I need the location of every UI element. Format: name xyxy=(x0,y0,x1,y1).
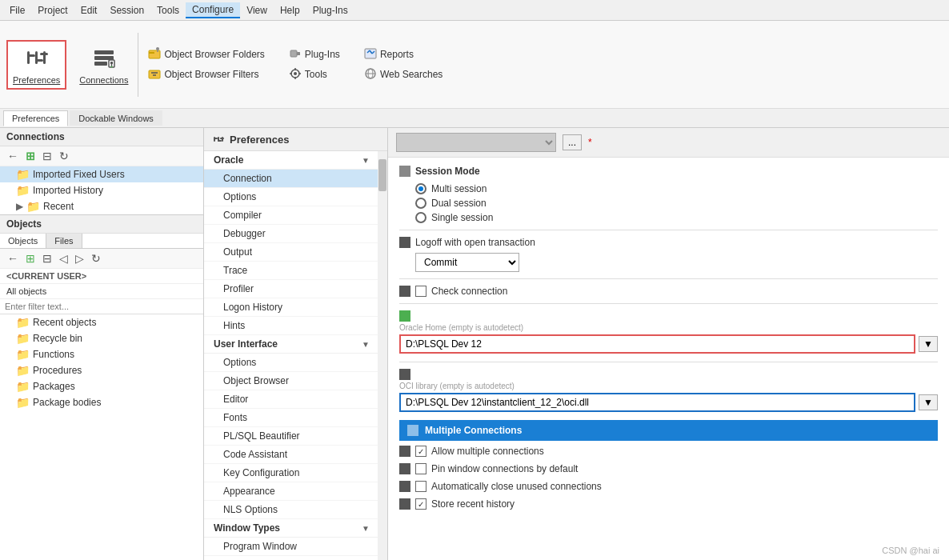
pref-item-trace[interactable]: Trace xyxy=(204,262,378,280)
pref-scrollbar[interactable] xyxy=(378,151,387,560)
pref-item-hints[interactable]: Hints xyxy=(204,317,378,335)
menu-plugins[interactable]: Plug-Ins xyxy=(306,3,354,18)
objects-section: Objects Objects Files ← ⊞ ⊟ ◁ ▷ ↻ <CURRE… xyxy=(0,214,203,560)
scroll-thumb xyxy=(378,159,386,191)
obj-tab-files[interactable]: Files xyxy=(46,234,82,248)
svg-rect-6 xyxy=(94,50,114,54)
allow-multiple-item[interactable]: Allow multiple connections xyxy=(399,446,938,457)
store-history-checkbox[interactable] xyxy=(415,498,426,510)
pref-item-key-config[interactable]: Key Configuration xyxy=(204,464,378,482)
menu-session[interactable]: Session xyxy=(103,3,150,18)
pin-window-item[interactable]: Pin window connections by default xyxy=(399,463,938,474)
pref-item-program-window[interactable]: Program Window xyxy=(204,538,378,556)
tree-label-recent: Recent objects xyxy=(33,317,96,328)
preferences-button[interactable]: Preferences xyxy=(6,40,66,90)
pref-item-obj-browser[interactable]: Object Browser xyxy=(204,372,378,390)
menu-file[interactable]: File xyxy=(3,3,31,18)
oci-input[interactable] xyxy=(399,393,915,412)
svg-rect-27 xyxy=(365,49,376,58)
pref-item-appearance[interactable]: Appearance xyxy=(204,482,378,501)
pref-item-fonts[interactable]: Fonts xyxy=(204,409,378,427)
store-history-item[interactable]: Store recent history xyxy=(399,498,938,510)
auto-close-item[interactable]: Automatically close unused connections xyxy=(399,481,938,492)
obj-functions[interactable]: 📁 Functions xyxy=(0,346,203,362)
radio-multi-session[interactable]: Multi session xyxy=(415,183,938,194)
refresh-conn-btn[interactable]: ↻ xyxy=(57,149,71,163)
auto-close-checkbox[interactable] xyxy=(415,481,426,492)
radio-single-session[interactable]: Single session xyxy=(415,212,938,223)
menu-help[interactable]: Help xyxy=(274,3,306,18)
obj-nav1-btn[interactable]: ◁ xyxy=(57,251,70,266)
pref-category-ui[interactable]: User Interface ▼ xyxy=(204,335,378,354)
tree-item-recent[interactable]: ▶ 📁 Recent xyxy=(0,198,203,214)
menu-edit[interactable]: Edit xyxy=(74,3,104,18)
obj-nav2-btn[interactable]: ▷ xyxy=(73,251,86,266)
obj-refresh-btn[interactable]: ↻ xyxy=(89,251,103,266)
more-btn[interactable]: ... xyxy=(563,134,582,150)
menu-project[interactable]: Project xyxy=(31,3,74,18)
pin-window-checkbox[interactable] xyxy=(415,463,426,474)
obj-procedures[interactable]: 📁 Procedures xyxy=(0,362,203,378)
tree-label-recycle: Recycle bin xyxy=(33,333,82,344)
allow-multiple-checkbox[interactable] xyxy=(415,446,426,457)
obj-recent-objects[interactable]: 📁 Recent objects xyxy=(0,314,203,330)
connections-button[interactable]: Connections xyxy=(73,40,134,90)
obj-recycle-bin[interactable]: 📁 Recycle bin xyxy=(0,330,203,346)
pref-item-connection[interactable]: Connection xyxy=(204,170,378,188)
check-connection-checkbox[interactable] xyxy=(415,286,426,297)
filter-input[interactable] xyxy=(0,299,203,314)
pref-item-ui-options[interactable]: Options xyxy=(204,354,378,372)
folder-icon-recent: 📁 xyxy=(16,316,30,329)
obj-package-bodies[interactable]: 📁 Package bodies xyxy=(0,394,203,410)
menu-tools[interactable]: Tools xyxy=(150,3,186,18)
svg-rect-35 xyxy=(214,138,218,139)
obj-add-btn[interactable]: ⊞ xyxy=(23,251,38,266)
object-browser-folders-label[interactable]: Object Browser Folders xyxy=(164,49,264,60)
radio-dual-circle xyxy=(415,198,426,209)
obj-tab-objects[interactable]: Objects xyxy=(0,234,46,248)
radio-multi-label: Multi session xyxy=(431,183,487,194)
tree-label-package-bodies: Package bodies xyxy=(33,397,101,408)
object-browser-filters-label[interactable]: Object Browser Filters xyxy=(164,69,258,80)
pref-item-editor[interactable]: Editor xyxy=(204,390,378,409)
oracle-home-dropdown-btn[interactable]: ▼ xyxy=(919,336,938,352)
commit-select[interactable]: Commit xyxy=(415,253,519,272)
pref-item-plsql-beautifier[interactable]: PL/SQL Beautifier xyxy=(204,427,378,446)
pref-item-output[interactable]: Output xyxy=(204,243,378,262)
pref-item-logon-history[interactable]: Logon History xyxy=(204,298,378,317)
pref-category-oracle[interactable]: Oracle ▼ xyxy=(204,151,378,170)
radio-dual-session[interactable]: Dual session xyxy=(415,198,938,209)
pref-item-profiler[interactable]: Profiler xyxy=(204,280,378,298)
tree-item-imported-history[interactable]: 📁 Imported History xyxy=(0,182,203,198)
svg-rect-39 xyxy=(220,138,224,139)
remove-conn-btn[interactable]: ⊟ xyxy=(40,149,54,163)
pref-item-debugger[interactable]: Debugger xyxy=(204,225,378,243)
check-connection-item[interactable]: Check connection xyxy=(399,286,938,297)
add-conn-btn[interactable]: ⊞ xyxy=(23,149,38,163)
tree-item-imported-fixed[interactable]: 📁 Imported Fixed Users xyxy=(0,166,203,182)
pref-item-options[interactable]: Options xyxy=(204,188,378,206)
tab-preferences[interactable]: Preferences xyxy=(3,110,68,126)
pref-category-window-types[interactable]: Window Types ▼ xyxy=(204,519,378,538)
plugins-label[interactable]: Plug-Ins xyxy=(305,49,340,60)
pref-item-code-assistant[interactable]: Code Assistant xyxy=(204,446,378,464)
pref-item-compiler[interactable]: Compiler xyxy=(204,206,378,225)
obj-tree-btn[interactable]: ⊟ xyxy=(40,251,54,266)
pref-item-sql-window[interactable]: SQL Window xyxy=(204,556,378,560)
menu-view[interactable]: View xyxy=(240,3,274,18)
obj-back-btn[interactable]: ← xyxy=(5,251,21,266)
web-searches-label[interactable]: Web Searches xyxy=(380,69,443,80)
menu-configure[interactable]: Configure xyxy=(186,2,240,18)
back-btn[interactable]: ← xyxy=(5,149,21,163)
oracle-home-input[interactable] xyxy=(399,334,915,354)
tab-dockable[interactable]: Dockable Windows xyxy=(70,110,162,126)
separator-1 xyxy=(399,230,938,230)
pref-item-nls-options[interactable]: NLS Options xyxy=(204,501,378,519)
oci-dropdown-btn[interactable]: ▼ xyxy=(919,394,938,410)
obj-packages[interactable]: 📁 Packages xyxy=(0,378,203,394)
connections-toolbar: ← ⊞ ⊟ ↻ xyxy=(0,146,203,166)
reports-label[interactable]: Reports xyxy=(380,49,414,60)
tools-label[interactable]: Tools xyxy=(305,69,327,80)
allow-multiple-label: Allow multiple connections xyxy=(431,446,544,457)
connection-select[interactable] xyxy=(396,133,556,152)
